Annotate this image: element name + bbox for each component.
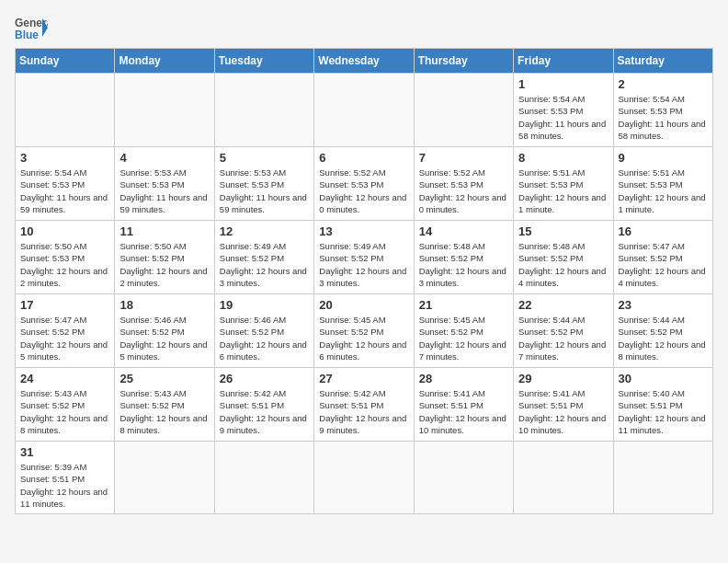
calendar-cell bbox=[414, 74, 513, 147]
calendar-cell bbox=[16, 74, 115, 147]
day-info: Sunrise: 5:49 AM Sunset: 5:52 PM Dayligh… bbox=[319, 240, 408, 289]
weekday-header-row: SundayMondayTuesdayWednesdayThursdayFrid… bbox=[16, 49, 713, 74]
day-number: 7 bbox=[419, 151, 508, 165]
calendar-cell: 21Sunrise: 5:45 AM Sunset: 5:52 PM Dayli… bbox=[414, 294, 513, 368]
day-number: 31 bbox=[20, 445, 109, 459]
day-info: Sunrise: 5:53 AM Sunset: 5:53 PM Dayligh… bbox=[220, 167, 309, 215]
day-info: Sunrise: 5:42 AM Sunset: 5:51 PM Dayligh… bbox=[220, 387, 309, 436]
day-info: Sunrise: 5:51 AM Sunset: 5:53 PM Dayligh… bbox=[518, 167, 608, 215]
calendar-cell: 23Sunrise: 5:44 AM Sunset: 5:52 PM Dayli… bbox=[613, 294, 712, 368]
calendar-row: 31Sunrise: 5:39 AM Sunset: 5:51 PM Dayli… bbox=[16, 442, 713, 514]
day-info: Sunrise: 5:52 AM Sunset: 5:53 PM Dayligh… bbox=[419, 167, 508, 215]
calendar-cell: 7Sunrise: 5:52 AM Sunset: 5:53 PM Daylig… bbox=[414, 147, 513, 221]
calendar-cell: 28Sunrise: 5:41 AM Sunset: 5:51 PM Dayli… bbox=[414, 368, 513, 442]
day-number: 8 bbox=[518, 151, 608, 165]
calendar-row: 17Sunrise: 5:47 AM Sunset: 5:52 PM Dayli… bbox=[16, 294, 713, 368]
day-info: Sunrise: 5:46 AM Sunset: 5:52 PM Dayligh… bbox=[119, 314, 209, 362]
day-number: 19 bbox=[220, 298, 309, 312]
day-number: 2 bbox=[619, 77, 708, 91]
calendar-cell: 1Sunrise: 5:54 AM Sunset: 5:53 PM Daylig… bbox=[514, 74, 613, 147]
calendar-cell: 4Sunrise: 5:53 AM Sunset: 5:53 PM Daylig… bbox=[115, 147, 214, 221]
day-info: Sunrise: 5:44 AM Sunset: 5:52 PM Dayligh… bbox=[518, 314, 608, 362]
calendar-row: 10Sunrise: 5:50 AM Sunset: 5:53 PM Dayli… bbox=[16, 221, 713, 294]
weekday-header-sunday: Sunday bbox=[16, 49, 115, 74]
calendar-cell: 11Sunrise: 5:50 AM Sunset: 5:52 PM Dayli… bbox=[115, 221, 214, 294]
day-number: 11 bbox=[119, 224, 209, 238]
day-number: 13 bbox=[319, 224, 408, 238]
day-info: Sunrise: 5:53 AM Sunset: 5:53 PM Dayligh… bbox=[119, 167, 209, 215]
calendar-cell: 29Sunrise: 5:41 AM Sunset: 5:51 PM Dayli… bbox=[514, 368, 613, 442]
day-info: Sunrise: 5:52 AM Sunset: 5:53 PM Dayligh… bbox=[319, 167, 408, 215]
calendar-cell: 6Sunrise: 5:52 AM Sunset: 5:53 PM Daylig… bbox=[314, 147, 414, 221]
calendar-cell: 25Sunrise: 5:43 AM Sunset: 5:52 PM Dayli… bbox=[115, 368, 214, 442]
day-info: Sunrise: 5:39 AM Sunset: 5:51 PM Dayligh… bbox=[20, 461, 109, 510]
day-number: 18 bbox=[119, 298, 209, 312]
day-number: 26 bbox=[220, 372, 309, 385]
calendar-cell: 13Sunrise: 5:49 AM Sunset: 5:52 PM Dayli… bbox=[314, 221, 414, 294]
day-info: Sunrise: 5:44 AM Sunset: 5:52 PM Dayligh… bbox=[619, 314, 708, 362]
calendar-cell bbox=[214, 442, 313, 514]
calendar-cell: 19Sunrise: 5:46 AM Sunset: 5:52 PM Dayli… bbox=[214, 294, 313, 368]
day-info: Sunrise: 5:41 AM Sunset: 5:51 PM Dayligh… bbox=[518, 387, 608, 436]
day-info: Sunrise: 5:50 AM Sunset: 5:52 PM Dayligh… bbox=[119, 240, 209, 289]
calendar-cell bbox=[613, 442, 712, 514]
day-number: 24 bbox=[20, 372, 109, 385]
calendar-cell bbox=[414, 442, 513, 514]
day-info: Sunrise: 5:54 AM Sunset: 5:53 PM Dayligh… bbox=[20, 167, 109, 215]
day-info: Sunrise: 5:46 AM Sunset: 5:52 PM Dayligh… bbox=[220, 314, 309, 362]
day-number: 5 bbox=[220, 151, 309, 165]
day-info: Sunrise: 5:42 AM Sunset: 5:51 PM Dayligh… bbox=[319, 387, 408, 436]
day-number: 9 bbox=[619, 151, 708, 165]
calendar-table: SundayMondayTuesdayWednesdayThursdayFrid… bbox=[15, 48, 713, 514]
day-number: 29 bbox=[518, 372, 608, 385]
day-number: 20 bbox=[319, 298, 408, 312]
calendar-cell: 31Sunrise: 5:39 AM Sunset: 5:51 PM Dayli… bbox=[16, 442, 115, 514]
day-info: Sunrise: 5:43 AM Sunset: 5:52 PM Dayligh… bbox=[119, 387, 209, 436]
day-number: 4 bbox=[119, 151, 209, 165]
calendar-cell bbox=[115, 442, 214, 514]
weekday-header-tuesday: Tuesday bbox=[214, 49, 313, 74]
day-number: 16 bbox=[619, 224, 708, 238]
day-number: 30 bbox=[619, 372, 708, 385]
day-number: 21 bbox=[419, 298, 508, 312]
day-info: Sunrise: 5:47 AM Sunset: 5:52 PM Dayligh… bbox=[619, 240, 708, 289]
calendar-cell: 18Sunrise: 5:46 AM Sunset: 5:52 PM Dayli… bbox=[115, 294, 214, 368]
day-info: Sunrise: 5:45 AM Sunset: 5:52 PM Dayligh… bbox=[419, 314, 508, 362]
calendar-row: 1Sunrise: 5:54 AM Sunset: 5:53 PM Daylig… bbox=[16, 74, 713, 147]
day-number: 27 bbox=[319, 372, 408, 385]
calendar-cell: 2Sunrise: 5:54 AM Sunset: 5:53 PM Daylig… bbox=[613, 74, 712, 147]
calendar-cell: 26Sunrise: 5:42 AM Sunset: 5:51 PM Dayli… bbox=[214, 368, 313, 442]
day-number: 28 bbox=[419, 372, 508, 385]
weekday-header-monday: Monday bbox=[115, 49, 214, 74]
calendar-cell bbox=[314, 442, 414, 514]
day-info: Sunrise: 5:47 AM Sunset: 5:52 PM Dayligh… bbox=[20, 314, 109, 362]
day-info: Sunrise: 5:54 AM Sunset: 5:53 PM Dayligh… bbox=[518, 93, 608, 142]
day-info: Sunrise: 5:51 AM Sunset: 5:53 PM Dayligh… bbox=[619, 167, 708, 215]
calendar-cell bbox=[115, 74, 214, 147]
weekday-header-thursday: Thursday bbox=[414, 49, 513, 74]
calendar-cell: 30Sunrise: 5:40 AM Sunset: 5:51 PM Dayli… bbox=[613, 368, 712, 442]
calendar-cell bbox=[314, 74, 414, 147]
calendar-cell: 27Sunrise: 5:42 AM Sunset: 5:51 PM Dayli… bbox=[314, 368, 414, 442]
weekday-header-wednesday: Wednesday bbox=[314, 49, 414, 74]
day-number: 23 bbox=[619, 298, 708, 312]
day-info: Sunrise: 5:49 AM Sunset: 5:52 PM Dayligh… bbox=[220, 240, 309, 289]
logo: General Blue bbox=[15, 15, 48, 40]
calendar-cell: 9Sunrise: 5:51 AM Sunset: 5:53 PM Daylig… bbox=[613, 147, 712, 221]
day-number: 15 bbox=[518, 224, 608, 238]
calendar-cell: 16Sunrise: 5:47 AM Sunset: 5:52 PM Dayli… bbox=[613, 221, 712, 294]
calendar-row: 24Sunrise: 5:43 AM Sunset: 5:52 PM Dayli… bbox=[16, 368, 713, 442]
calendar-cell bbox=[514, 442, 613, 514]
calendar-row: 3Sunrise: 5:54 AM Sunset: 5:53 PM Daylig… bbox=[16, 147, 713, 221]
svg-text:Blue: Blue bbox=[15, 29, 39, 40]
day-info: Sunrise: 5:43 AM Sunset: 5:52 PM Dayligh… bbox=[20, 387, 109, 436]
day-info: Sunrise: 5:41 AM Sunset: 5:51 PM Dayligh… bbox=[419, 387, 508, 436]
day-number: 17 bbox=[20, 298, 109, 312]
calendar-cell: 5Sunrise: 5:53 AM Sunset: 5:53 PM Daylig… bbox=[214, 147, 313, 221]
calendar-cell: 3Sunrise: 5:54 AM Sunset: 5:53 PM Daylig… bbox=[16, 147, 115, 221]
calendar-cell: 20Sunrise: 5:45 AM Sunset: 5:52 PM Dayli… bbox=[314, 294, 414, 368]
calendar-cell: 12Sunrise: 5:49 AM Sunset: 5:52 PM Dayli… bbox=[214, 221, 313, 294]
day-number: 10 bbox=[20, 224, 109, 238]
calendar-cell: 14Sunrise: 5:48 AM Sunset: 5:52 PM Dayli… bbox=[414, 221, 513, 294]
day-number: 1 bbox=[518, 77, 608, 91]
